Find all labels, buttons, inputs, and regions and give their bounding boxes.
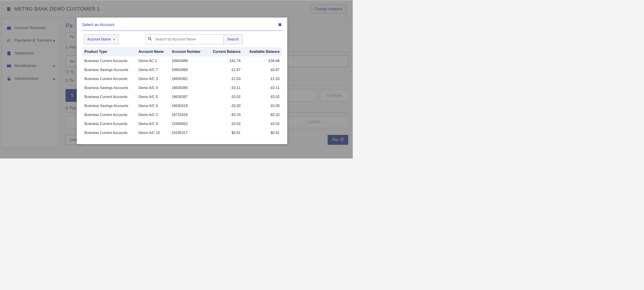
svg-line-15 <box>150 39 152 41</box>
table-row[interactable]: Business Current AccountsDemo A/C 102419… <box>82 128 282 137</box>
caret-down-icon: ▼ <box>113 38 115 41</box>
cell-available-balance: £0.02 <box>243 119 282 128</box>
cell-account-name: Demo A/C 7 <box>136 65 170 74</box>
search-icon <box>146 37 154 42</box>
cell-current-balance: $0.61 <box>207 128 243 137</box>
col-account-name[interactable]: Account Name <box>136 47 170 56</box>
cell-product-type: Business Current Accounts <box>82 119 136 128</box>
accounts-table: Product Type Account Name Account Number… <box>82 47 282 137</box>
cell-available-balance: £0.02 <box>243 92 282 101</box>
cell-product-type: Business Current Accounts <box>82 128 136 137</box>
cell-account-number: 18630362 <box>170 74 207 83</box>
cell-account-name: Demo AC 1 <box>136 56 170 65</box>
cell-account-number: 10843488 <box>170 56 207 65</box>
table-row[interactable]: Business Savings AccountsDemo A/C 710843… <box>82 65 282 74</box>
table-row[interactable]: Business Savings AccountsDemo A/C 418630… <box>82 83 282 92</box>
cell-product-type: Business Current Accounts <box>82 92 136 101</box>
cell-account-number: 10843499 <box>170 65 207 74</box>
cell-current-balance: £1.87 <box>207 65 243 74</box>
cell-current-balance: £41.74 <box>207 56 243 65</box>
search-button[interactable]: Search <box>224 35 242 44</box>
cell-account-name: Demo A/C 10 <box>136 128 170 137</box>
cell-account-number: 24195317 <box>170 128 207 137</box>
cell-current-balance: £0.02 <box>207 92 243 101</box>
cell-account-name: Demo A/C 8 <box>136 119 170 128</box>
cell-account-name: Demo A/C 2 <box>136 110 170 119</box>
col-account-number[interactable]: Account Number <box>170 47 207 56</box>
cell-account-name: Demo A/C 5 <box>136 92 170 101</box>
cell-account-number: 18630397 <box>170 92 207 101</box>
cell-product-type: Business Savings Accounts <box>82 101 136 110</box>
table-row[interactable]: Business Current AccountsDemo A/C 822590… <box>82 119 282 128</box>
cell-account-number: 18731819 <box>170 110 207 119</box>
cell-available-balance: £1.03 <box>243 74 282 83</box>
cell-available-balance: £0.00 <box>243 101 282 110</box>
col-current-balance[interactable]: Current Balance <box>207 47 243 56</box>
filter-dropdown-label: Account Name <box>87 37 111 41</box>
table-row[interactable]: Business Current AccountsDemo A/C 218731… <box>82 110 282 119</box>
search-wrap: Search <box>146 34 242 44</box>
cell-account-name: Demo A/C 3 <box>136 74 170 83</box>
page-root: METRO BANK DEMO CUSTOMER 1 Change compan… <box>0 0 353 159</box>
col-available-balance[interactable]: Available Balance <box>243 47 282 56</box>
cell-available-balance: £0.11 <box>243 83 282 92</box>
svg-point-14 <box>148 37 150 40</box>
cell-available-balance: £34.68 <box>243 56 282 65</box>
select-account-modal: Select an Account ✖ Account Name ▼ Searc… <box>77 18 287 144</box>
accounts-table-head: Product Type Account Name Account Number… <box>82 47 282 56</box>
cell-current-balance: £0.00 <box>207 101 243 110</box>
cell-product-type: Business Current Accounts <box>82 110 136 119</box>
cell-available-balance: $0.61 <box>243 128 282 137</box>
table-row[interactable]: Business Current AccountsDemo A/C 318630… <box>82 74 282 83</box>
cell-available-balance: €0.33 <box>243 110 282 119</box>
cell-account-number: 18630419 <box>170 101 207 110</box>
cell-product-type: Business Current Accounts <box>82 56 136 65</box>
cell-account-number: 22590952 <box>170 119 207 128</box>
cell-available-balance: £0.87 <box>243 65 282 74</box>
col-product-type[interactable]: Product Type <box>82 47 136 56</box>
table-row[interactable]: Business Savings AccountsDemo A/C 618630… <box>82 101 282 110</box>
cell-current-balance: £0.02 <box>207 119 243 128</box>
close-icon[interactable]: ✖ <box>278 22 282 28</box>
cell-product-type: Business Current Accounts <box>82 74 136 83</box>
table-row[interactable]: Business Current AccountsDemo A/C 518630… <box>82 92 282 101</box>
accounts-table-body: Business Current AccountsDemo AC 1108434… <box>82 56 282 137</box>
modal-title: Select an Account <box>82 23 114 27</box>
cell-current-balance: £1.03 <box>207 74 243 83</box>
search-input[interactable] <box>154 35 224 44</box>
cell-current-balance: £0.11 <box>207 83 243 92</box>
filter-dropdown[interactable]: Account Name ▼ <box>84 34 119 44</box>
cell-current-balance: €0.33 <box>207 110 243 119</box>
modal-controls: Account Name ▼ Search <box>82 34 282 44</box>
cell-account-name: Demo A/C 6 <box>136 101 170 110</box>
table-row[interactable]: Business Current AccountsDemo AC 1108434… <box>82 56 282 65</box>
modal-header: Select an Account ✖ <box>82 22 282 31</box>
cell-product-type: Business Savings Accounts <box>82 83 136 92</box>
cell-product-type: Business Savings Accounts <box>82 65 136 74</box>
cell-account-number: 18630389 <box>170 83 207 92</box>
cell-account-name: Demo A/C 4 <box>136 83 170 92</box>
